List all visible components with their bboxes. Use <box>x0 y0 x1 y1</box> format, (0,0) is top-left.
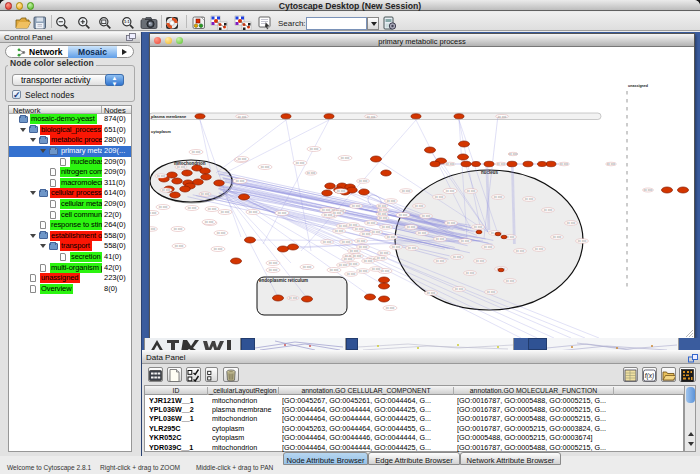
svg-text:xx xxx: xx xxx <box>447 221 456 225</box>
svg-text:xx xxx: xx xxx <box>355 227 364 231</box>
svg-text:xx xxx: xx xxx <box>553 235 562 239</box>
svg-text:xx xxx: xx xxx <box>446 189 455 193</box>
svg-text:xx xxx: xx xxx <box>453 255 462 259</box>
svg-text:xx xxx: xx xxx <box>177 165 186 169</box>
svg-text:xx xxx: xx xxx <box>349 262 358 266</box>
svg-text:xx xxx: xx xxx <box>278 211 287 215</box>
svg-text:xx xxx: xx xxx <box>544 208 553 212</box>
svg-text:xx xxx: xx xxx <box>261 165 270 169</box>
svg-text:xx xxx: xx xxx <box>379 216 388 220</box>
svg-text:xx xxx: xx xxx <box>476 259 485 263</box>
svg-text:xx xxx: xx xxx <box>201 192 210 196</box>
svg-text:xx xxx: xx xxx <box>289 296 298 300</box>
svg-text:xx xxx: xx xxx <box>359 245 368 249</box>
svg-text:xx xxx: xx xxx <box>221 210 230 214</box>
svg-text:nucleus: nucleus <box>481 170 499 175</box>
svg-text:xx xxx: xx xxx <box>467 189 476 193</box>
svg-text:xx xxx: xx xxx <box>353 254 362 258</box>
svg-text:xx xxx: xx xxx <box>607 162 616 166</box>
svg-text:xx xxx: xx xxx <box>205 220 214 224</box>
svg-text:xx xxx: xx xxx <box>435 195 444 199</box>
svg-text:xx xxx: xx xxx <box>323 240 332 244</box>
svg-text:xx xxx: xx xxx <box>506 279 515 283</box>
svg-text:xx xxx: xx xxx <box>303 265 312 269</box>
svg-text:xx xxx: xx xxx <box>402 189 411 193</box>
svg-text:xx xxx: xx xxx <box>362 232 371 236</box>
svg-text:xx xxx: xx xxx <box>392 245 401 249</box>
svg-text:xx xxx: xx xxx <box>436 237 445 241</box>
svg-text:xx xxx: xx xxx <box>377 256 386 260</box>
svg-text:xx xxx: xx xxx <box>644 188 653 192</box>
svg-text:xx xxx: xx xxx <box>359 269 368 273</box>
svg-text:xx xxx: xx xxx <box>150 227 156 231</box>
svg-text:xx xxx: xx xxx <box>322 208 331 212</box>
svg-text:xx xxx: xx xxx <box>494 195 503 199</box>
svg-text:xx xxx: xx xxx <box>498 115 507 119</box>
svg-text:xx xxx: xx xxx <box>367 221 376 225</box>
svg-text:xx xxx: xx xxx <box>208 207 217 211</box>
svg-text:xx xxx: xx xxx <box>357 239 366 243</box>
svg-text:f(x): f(x) <box>645 372 654 380</box>
svg-text:xx xxx: xx xxx <box>567 221 576 225</box>
svg-text:endoplasmic reticulum: endoplasmic reticulum <box>259 278 308 283</box>
svg-text:xx xxx: xx xxx <box>352 204 361 208</box>
svg-text:xx xxx: xx xxx <box>342 240 351 244</box>
svg-text:xx xxx: xx xxx <box>408 246 417 250</box>
svg-text:1:1: 1:1 <box>124 20 130 24</box>
svg-text:xx xxx: xx xxx <box>415 204 424 208</box>
svg-text:xx xxx: xx xxx <box>269 261 278 265</box>
svg-text:xx xxx: xx xxx <box>339 263 348 267</box>
svg-text:xx xxx: xx xxx <box>484 245 493 249</box>
svg-text:xx xxx: xx xxx <box>335 229 344 233</box>
svg-text:xx xxx: xx xxx <box>324 213 333 217</box>
svg-text:xx xxx: xx xxx <box>367 115 376 119</box>
svg-text:xx xxx: xx xxx <box>296 161 305 165</box>
svg-text:xx xxx: xx xxx <box>307 171 316 175</box>
svg-text:xx xxx: xx xxx <box>372 267 381 271</box>
svg-text:xx xxx: xx xxx <box>516 249 525 253</box>
svg-text:xx xxx: xx xxx <box>525 197 534 201</box>
svg-text:xx xxx: xx xxx <box>407 225 416 229</box>
svg-text:xx xxx: xx xxx <box>192 150 201 154</box>
svg-text:xx xxx: xx xxx <box>461 239 470 243</box>
svg-text:xx xxx: xx xxx <box>427 291 436 295</box>
svg-text:xx xxx: xx xxx <box>418 231 427 235</box>
svg-text:xx xxx: xx xxx <box>238 115 247 119</box>
svg-text:xx xxx: xx xxx <box>474 225 483 229</box>
svg-text:xx xxx: xx xxx <box>269 268 278 272</box>
svg-text:xx xxx: xx xxx <box>175 244 184 248</box>
svg-text:xx xxx: xx xxx <box>380 251 389 255</box>
svg-text:xx xxx: xx xxx <box>560 162 569 166</box>
svg-text:xx xxx: xx xxx <box>330 268 339 272</box>
svg-text:xx xxx: xx xxx <box>162 188 171 192</box>
svg-text:xx xxx: xx xxx <box>387 235 396 239</box>
svg-text:xx xxx: xx xxx <box>337 189 346 193</box>
svg-text:xx xxx: xx xxx <box>578 239 587 243</box>
svg-text:xx xxx: xx xxx <box>238 157 247 161</box>
svg-text:xx xxx: xx xxx <box>347 272 356 276</box>
svg-text:xx xxx: xx xxx <box>150 211 157 215</box>
svg-text:unassigned: unassigned <box>628 84 648 88</box>
svg-text:xx xxx: xx xxx <box>188 206 197 210</box>
svg-text:xx xxx: xx xxx <box>350 249 359 253</box>
svg-text:xx xxx: xx xxx <box>249 210 258 214</box>
svg-text:xx xxx: xx xxx <box>159 205 168 209</box>
svg-text:cytoplasm: cytoplasm <box>151 129 171 134</box>
svg-text:xx xxx: xx xxx <box>422 214 431 218</box>
svg-text:xx xxx: xx xxx <box>487 290 496 294</box>
svg-text:xx xxx: xx xxx <box>386 306 395 310</box>
svg-text:xx xxx: xx xxx <box>535 247 544 251</box>
svg-text:xx xxx: xx xxx <box>436 259 445 263</box>
svg-text:xx xxx: xx xxx <box>399 213 408 217</box>
svg-text:xx xxx: xx xxx <box>341 156 350 160</box>
svg-text:xx xxx: xx xxx <box>310 147 319 151</box>
svg-text:xx xxx: xx xxx <box>387 199 396 203</box>
svg-text:xx xxx: xx xxx <box>214 247 223 251</box>
svg-text:plasma membrane: plasma membrane <box>151 114 187 119</box>
svg-text:xx xxx: xx xxx <box>497 162 506 166</box>
svg-text:xx xxx: xx xxx <box>372 230 381 234</box>
svg-text:xx xxx: xx xxx <box>466 271 475 275</box>
svg-text:xx xxx: xx xxx <box>382 225 391 229</box>
svg-text:xx xxx: xx xxx <box>236 179 245 183</box>
svg-text:xx xxx: xx xxx <box>364 259 373 263</box>
